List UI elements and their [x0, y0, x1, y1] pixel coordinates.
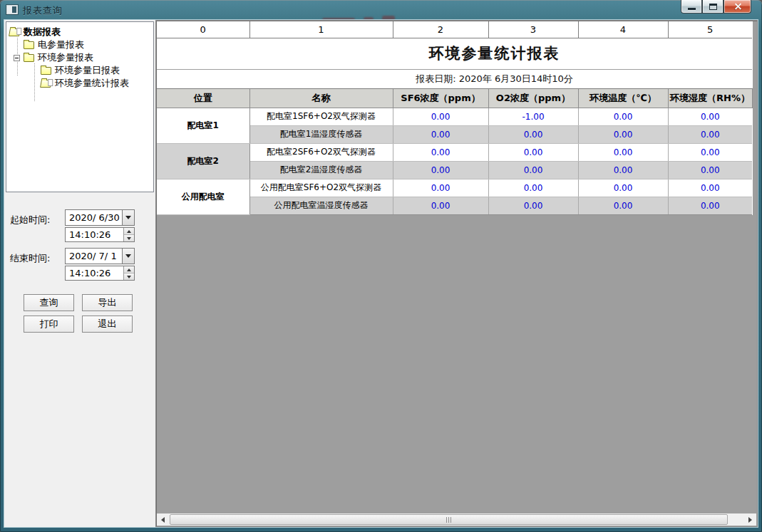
value-cell: 0.00	[393, 179, 488, 197]
table-row: 配电室2 配电室2SF6+O2双气探测器 0.00 0.00 0.00 0.00	[157, 143, 752, 161]
spin-down-button[interactable]	[124, 235, 134, 241]
arrow-up-icon	[127, 268, 131, 271]
tree-label: 数据报表	[24, 26, 61, 38]
collapse-expand-icon[interactable]	[14, 55, 20, 61]
arrow-right-icon	[748, 517, 752, 523]
spin-down-button[interactable]	[124, 273, 134, 280]
spin-up-button[interactable]	[124, 228, 134, 235]
folder-closed-icon	[24, 41, 34, 49]
end-time-value: 14:10:26	[69, 268, 110, 278]
window-controls	[681, 0, 751, 14]
value-cell: 0.00	[488, 161, 578, 179]
maximize-button[interactable]	[702, 0, 724, 14]
column-number[interactable]: 5	[668, 21, 752, 38]
client-area: 数据报表 电参量报表 环境参量报表 环境参量日报表	[4, 20, 758, 527]
scroll-right-button[interactable]	[744, 513, 756, 526]
value-cell: 0.00	[668, 125, 752, 143]
report-tree: 数据报表 电参量报表 环境参量报表 环境参量日报表	[6, 21, 154, 192]
minimize-icon	[688, 8, 696, 10]
device-name-cell: 配电室1SF6+O2双气探测器	[249, 108, 393, 125]
thumb-grip-icon	[448, 517, 449, 523]
tree-label: 环境参量日报表	[55, 64, 120, 77]
start-date-picker[interactable]: 2020/ 6/30	[65, 209, 135, 226]
end-time-input[interactable]: 14:10:26	[65, 266, 135, 281]
tree-label: 环境参量报表	[38, 51, 93, 64]
value-cell: 0.00	[668, 197, 752, 214]
value-cell: 0.00	[578, 108, 668, 125]
scrollbar-thumb[interactable]	[170, 514, 728, 525]
report-date-row: 报表日期: 2020年 6月30日14时10分	[157, 69, 752, 88]
column-number[interactable]: 3	[488, 21, 578, 38]
value-cell: 0.00	[488, 125, 578, 143]
scroll-left-button[interactable]	[157, 513, 169, 526]
column-number[interactable]: 1	[249, 21, 393, 38]
header-name: 名称	[249, 88, 393, 108]
left-panel: 数据报表 电参量报表 环境参量报表 环境参量日报表	[4, 20, 155, 527]
tree-item-electric-report[interactable]: 电参量报表	[6, 38, 153, 51]
value-cell: 0.00	[393, 108, 488, 125]
device-name-cell: 公用配电室SF6+O2双气探测器	[249, 179, 393, 197]
time-spinner	[123, 228, 134, 241]
value-cell: 0.00	[668, 179, 752, 197]
location-cell: 公用配电室	[157, 179, 249, 214]
table-row: 配电室1 配电室1SF6+O2双气探测器 0.00 -1.00 0.00 0.0…	[157, 108, 752, 125]
device-name-cell: 配电室1温湿度传感器	[249, 125, 393, 143]
header-humidity: 环境湿度（RH%）	[668, 88, 752, 108]
thumb-grip-icon	[450, 517, 451, 523]
start-time-input[interactable]: 14:10:26	[65, 227, 135, 242]
value-cell: 0.00	[668, 143, 752, 161]
folder-closed-icon	[24, 54, 34, 62]
device-name-cell: 公用配电室温湿度传感器	[249, 197, 393, 214]
tree-item-environment-report[interactable]: 环境参量报表	[6, 51, 153, 64]
arrow-down-icon	[127, 276, 131, 278]
value-cell: 0.00	[578, 179, 668, 197]
tree-label: 环境参量统计报表	[55, 77, 129, 90]
column-number[interactable]: 2	[393, 21, 488, 38]
dropdown-button[interactable]	[122, 210, 134, 225]
tree-item-data-reports[interactable]: 数据报表	[6, 26, 153, 38]
thumb-grip-icon	[446, 517, 447, 523]
table-row: 公用配电室 公用配电室SF6+O2双气探测器 0.00 0.00 0.00 0.…	[157, 179, 752, 197]
folder-open-icon	[9, 28, 21, 36]
time-spinner	[123, 266, 134, 280]
app-icon	[6, 5, 18, 14]
report-grid-area: 0 1 2 3 4 5 环境参量统计报表 报表日期: 2020年 6月30日14…	[155, 20, 758, 527]
location-cell: 配电室2	[157, 143, 249, 179]
device-name-cell: 配电室2SF6+O2双气探测器	[249, 143, 393, 161]
end-time-label: 结束时间:	[10, 252, 50, 265]
app-window: 报表查询 数据报表 电参量报表	[0, 0, 762, 532]
value-cell: 0.00	[578, 125, 668, 143]
folder-closed-icon	[41, 67, 51, 75]
start-date-value: 2020/ 6/30	[69, 212, 120, 223]
column-number[interactable]: 4	[578, 21, 668, 38]
chevron-down-icon	[125, 254, 131, 258]
query-button[interactable]: 查询	[24, 294, 74, 311]
minimize-button[interactable]	[681, 0, 702, 14]
value-cell: -1.00	[488, 108, 578, 125]
tree-connector	[34, 63, 35, 101]
spin-up-button[interactable]	[124, 266, 134, 273]
maximize-icon	[709, 4, 717, 10]
close-button[interactable]	[724, 0, 751, 14]
export-button[interactable]: 导出	[82, 294, 133, 311]
start-time-value: 14:10:26	[69, 229, 110, 240]
arrow-left-icon	[161, 517, 165, 523]
report-table: 0 1 2 3 4 5 环境参量统计报表 报表日期: 2020年 6月30日14…	[157, 21, 753, 215]
close-icon	[733, 3, 741, 11]
dropdown-button[interactable]	[122, 249, 134, 264]
value-cell: 0.00	[488, 143, 578, 161]
print-button[interactable]: 打印	[24, 315, 74, 333]
column-number[interactable]: 0	[157, 21, 249, 38]
arrow-down-icon	[127, 237, 131, 240]
title-bar[interactable]: 报表查询	[0, 0, 762, 20]
horizontal-scrollbar[interactable]	[157, 513, 756, 526]
value-cell: 0.00	[578, 197, 668, 214]
value-cell: 0.00	[393, 143, 488, 161]
report-title-row: 环境参量统计报表	[157, 38, 752, 69]
report-date: 报表日期: 2020年 6月30日14时10分	[197, 73, 752, 85]
tree-item-environment-stats-report[interactable]: 环境参量统计报表	[6, 77, 153, 90]
exit-button[interactable]: 退出	[82, 315, 133, 333]
end-date-picker[interactable]: 2020/ 7/ 1	[65, 248, 135, 264]
tree-item-environment-daily-report[interactable]: 环境参量日报表	[6, 64, 153, 77]
end-date-value: 2020/ 7/ 1	[69, 251, 117, 261]
